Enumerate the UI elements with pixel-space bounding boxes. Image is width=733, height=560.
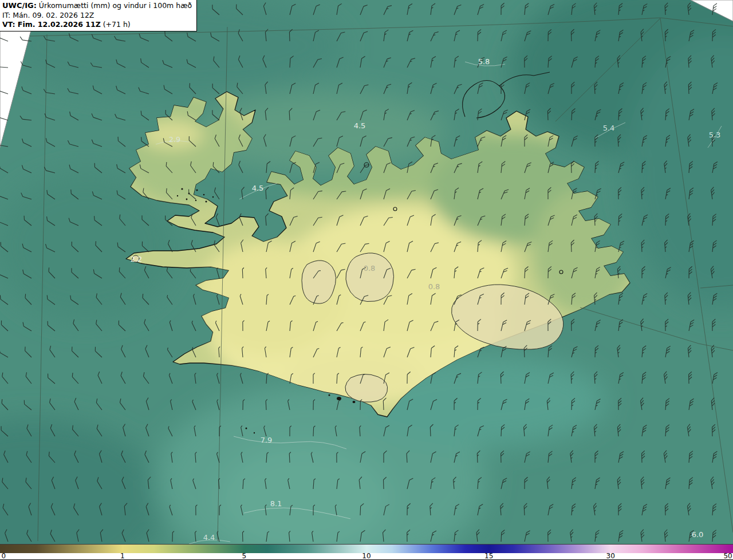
glacier-myrdalsjokull [345, 374, 388, 402]
contour-label: 8.1 [270, 499, 282, 508]
colorbar-tick-labels: 01510153050 [0, 553, 733, 560]
lead-time: (+71 h) [101, 20, 131, 29]
contour-label: 5.3 [709, 131, 721, 139]
valid-time: VT: Fim. 12.02.2026 11Z [2, 20, 101, 29]
colorbar-tick: 50 [723, 552, 732, 560]
title-box: UWC/IG: Úrkomumætti (mm) og vindur i 100… [0, 0, 197, 31]
contour-label: 5.4 [603, 124, 615, 132]
colorbar-tick: 0 [2, 552, 6, 560]
contour-label: 2.2 [131, 255, 143, 263]
contour-label: 6.0 [692, 530, 704, 539]
contour-label: 2.9 [169, 135, 181, 144]
contour-label: 4.5 [354, 121, 366, 130]
weather-map: 5.84.52.94.55.45.32.20.80.87.98.14.46.0 [0, 0, 733, 544]
colorbar-tick: 1 [120, 552, 125, 560]
colorbar-tick: 15 [484, 552, 493, 560]
model-name: UWC/IG: [2, 1, 37, 10]
map-title: Úrkomumætti (mm) og vindur i 100m hæð [37, 1, 192, 10]
contour-label: 0.8 [428, 282, 440, 291]
colorbar-tick: 30 [606, 552, 615, 560]
contour-label: 0.8 [364, 264, 376, 273]
colorbar-tick: 10 [362, 552, 371, 560]
weather-map-screen: 5.84.52.94.55.45.32.20.80.87.98.14.46.0 … [0, 0, 733, 560]
contour-label: 7.9 [261, 436, 273, 444]
colorbar-tick: 5 [242, 552, 246, 560]
contour-label: 5.8 [478, 57, 490, 66]
glacier-hofsjokull [346, 253, 394, 302]
init-time-line: IT: Mán. 09. 02. 2026 12Z [2, 11, 192, 20]
valid-time-line: VT: Fim. 12.02.2026 11Z (+71 h) [2, 20, 192, 29]
contour-label: 4.4 [203, 533, 215, 542]
map-title-line: UWC/IG: Úrkomumætti (mm) og vindur i 100… [2, 1, 192, 11]
contour-label: 4.5 [252, 184, 264, 192]
